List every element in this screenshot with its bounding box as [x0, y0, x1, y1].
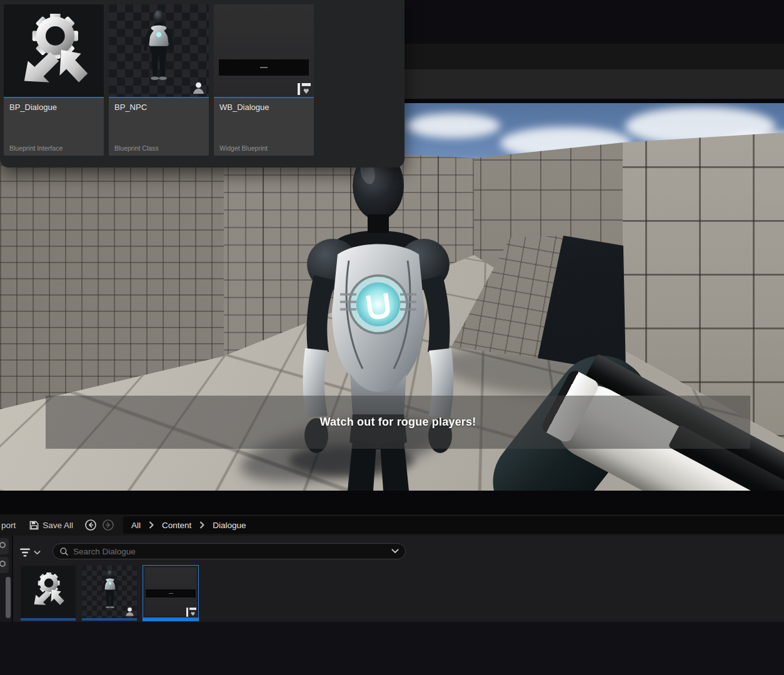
content-browser-side-strip [0, 536, 13, 622]
navigate-back-button[interactable] [84, 519, 97, 532]
side-strip-button[interactable] [0, 557, 9, 573]
npc-figure-icon [98, 569, 123, 616]
person-icon [191, 81, 206, 95]
unreal-editor-window: Watch out for rogue players! BP_Dialogue… [0, 0, 784, 675]
back-arrow-icon [84, 519, 97, 531]
asset-card-bp-dialogue[interactable]: BP_Dialogue Blueprint Interface [4, 4, 104, 156]
widget-icon [298, 83, 311, 95]
search-input[interactable] [73, 547, 387, 556]
search-icon [59, 547, 69, 556]
npc-figure-icon [136, 8, 182, 94]
asset-card-label: WB_Dialogue Widget Blueprint [214, 98, 314, 156]
vertical-scrollbar-thumb[interactable] [6, 577, 11, 618]
import-button-partial[interactable]: port [1, 521, 16, 530]
chevron-down-icon [34, 551, 41, 555]
tile-bp-dialogue[interactable] [21, 566, 76, 621]
wb-dialogue-thumbnail [214, 4, 314, 97]
breadcrumb: All Content Dialogue [123, 516, 784, 534]
side-strip-button[interactable] [0, 538, 9, 554]
asset-tooltip-panel: BP_Dialogue Blueprint Interface BP_NPC B… [0, 0, 405, 168]
content-browser-toolbar: port Save All All Content Dialogue [0, 514, 784, 536]
save-all-button[interactable]: Save All [29, 521, 73, 530]
tile-accent-line [143, 618, 198, 621]
tile-accent-line [21, 618, 76, 621]
hud-message-text: Watch out for rogue players! [320, 416, 476, 429]
breadcrumb-item-content[interactable]: Content [162, 521, 191, 530]
asset-name: BP_NPC [114, 102, 203, 112]
bp-dialogue-thumbnail [4, 4, 104, 97]
filter-icon [19, 548, 31, 558]
partial-icon [0, 561, 6, 567]
widget-preview-bar [146, 589, 196, 598]
blueprint-interface-icon [31, 572, 66, 608]
asset-type: Widget Blueprint [219, 144, 308, 152]
save-all-label: Save All [43, 521, 73, 530]
asset-card-bp-npc[interactable]: BP_NPC Blueprint Class [109, 4, 209, 156]
filters-button[interactable] [19, 545, 48, 560]
asset-type: Blueprint Class [114, 144, 203, 152]
asset-name: WB_Dialogue [219, 102, 308, 112]
panel-divider [0, 491, 784, 514]
tile-bp-npc[interactable] [82, 566, 137, 621]
tile-accent-line [82, 618, 137, 621]
empty-dock-area [0, 622, 784, 675]
breadcrumb-separator-icon [199, 521, 204, 529]
cloud [406, 113, 500, 138]
search-box[interactable] [53, 543, 406, 559]
asset-card-label: BP_NPC Blueprint Class [109, 98, 209, 156]
breadcrumb-separator-icon [149, 521, 154, 529]
asset-name: BP_Dialogue [9, 102, 98, 112]
forward-arrow-icon [102, 519, 114, 531]
content-browser-panel [0, 536, 784, 622]
asset-tile-grid [21, 566, 198, 621]
breadcrumb-item-dialogue[interactable]: Dialogue [213, 521, 246, 530]
navigate-forward-button[interactable] [101, 519, 114, 532]
search-options-chevron-icon[interactable] [391, 549, 399, 554]
asset-card-wb-dialogue[interactable]: WB_Dialogue Widget Blueprint [214, 4, 314, 156]
bp-npc-thumbnail [109, 4, 209, 97]
asset-card-label: BP_Dialogue Blueprint Interface [4, 98, 104, 156]
save-icon [29, 521, 39, 530]
partial-icon [0, 542, 6, 548]
breadcrumb-item-all[interactable]: All [131, 521, 141, 530]
widget-preview-bar [219, 59, 309, 76]
blueprint-interface-icon [17, 14, 91, 88]
widget-icon [186, 608, 196, 617]
hud-message-bar: Watch out for rogue players! [46, 396, 750, 449]
person-icon [124, 606, 135, 617]
asset-type: Blueprint Interface [9, 144, 98, 152]
tile-wb-dialogue[interactable] [143, 566, 198, 621]
